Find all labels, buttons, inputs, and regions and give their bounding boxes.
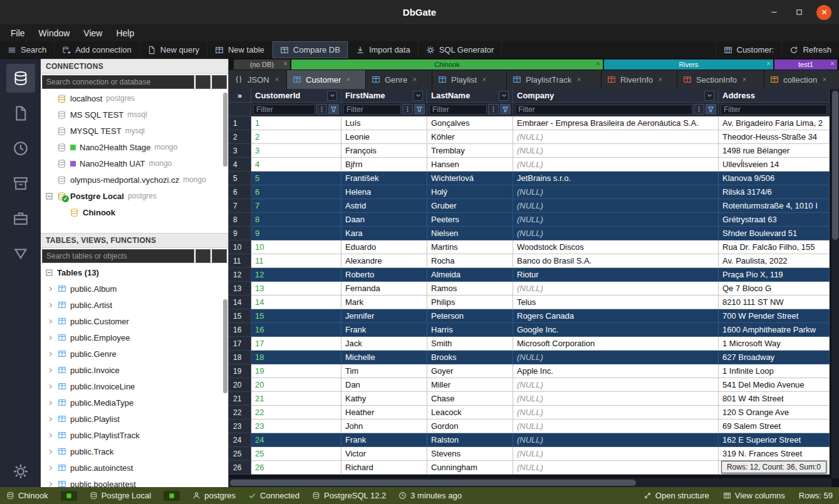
status-open-structure[interactable]: Open structure (644, 491, 709, 500)
customer-button[interactable]: Customer: (716, 41, 782, 58)
cell-firstname[interactable]: Heather (341, 406, 427, 419)
row-number[interactable]: 5 (229, 172, 251, 185)
cell-firstname[interactable]: Dan (341, 378, 427, 392)
cell-company[interactable]: Banco do Brasil S.A. (513, 254, 719, 268)
table-item-public-autoinctest[interactable]: public.autoinctest (41, 460, 228, 476)
cell-lastname[interactable]: Peeters (427, 213, 513, 227)
cell-address[interactable]: 1600 Amphitheatre Parkw (719, 323, 830, 337)
filter-menu-button[interactable] (316, 104, 327, 115)
cell-address[interactable]: Rilská 3174/6 (719, 185, 830, 199)
filter-menu-button[interactable] (694, 104, 704, 115)
table-item-public-artist[interactable]: public.Artist (41, 297, 228, 313)
menu-file[interactable]: File (4, 27, 32, 39)
column-menu-button[interactable] (413, 91, 423, 101)
table-row[interactable]: 44BjřrnHansen(NULL)Ullevĺlsveien 14 (229, 158, 831, 172)
cell-firstname[interactable]: John (341, 419, 427, 433)
cell-lastname[interactable]: Martins (427, 240, 513, 254)
table-item-public-playlist[interactable]: public.Playlist (41, 411, 228, 427)
cell-address[interactable]: Grétrystraat 63 (719, 213, 830, 227)
row-number[interactable]: 18 (229, 351, 251, 364)
cell-firstname[interactable]: Helena (341, 185, 427, 199)
cell-lastname[interactable]: Gordon (427, 419, 513, 433)
cell-address[interactable]: 1498 rue Bélanger (719, 144, 830, 158)
cell-company[interactable]: (NULL) (513, 144, 719, 158)
filter-input-customerid[interactable] (253, 105, 315, 115)
close-tab-icon[interactable] (274, 75, 280, 85)
table-row[interactable]: 1717JackSmithMicrosoft Corporation1 Micr… (229, 337, 831, 351)
cell-company[interactable]: (NULL) (513, 199, 719, 213)
cell-customerid[interactable]: 5 (251, 172, 341, 185)
cell-customerid[interactable]: 21 (251, 392, 341, 406)
cell-lastname[interactable]: Harris (427, 323, 513, 337)
cell-company[interactable]: (NULL) (513, 158, 719, 172)
filter-input-lastname[interactable] (429, 105, 487, 115)
cell-customerid[interactable]: 9 (251, 227, 341, 240)
row-number[interactable]: 9 (229, 227, 251, 240)
db-group-tab-no-db[interactable]: (no DB) (234, 59, 290, 69)
filter-menu-button[interactable] (488, 104, 499, 115)
table-row[interactable]: 1818MichelleBrooks(NULL)627 Broadway (229, 351, 831, 364)
tab-sectioninfo[interactable]: SectionInfo (677, 70, 764, 89)
cell-company[interactable]: (NULL) (513, 213, 719, 227)
cell-company[interactable]: (NULL) (513, 351, 719, 364)
cell-address[interactable]: 700 W Pender Street (719, 309, 830, 323)
connection-item-localhost[interactable]: localhostpostgres (41, 90, 228, 106)
table-row[interactable]: 2020DanMiller(NULL)541 Del Medio Avenue (229, 378, 831, 392)
tables-group[interactable]: Tables (13) (41, 264, 228, 280)
connection-item-mysql-test[interactable]: MYSQL TESTmysql (41, 123, 228, 139)
row-number[interactable]: 15 (229, 309, 251, 323)
cell-lastname[interactable]: Ralston (427, 433, 513, 447)
cell-company[interactable]: (NULL) (513, 447, 719, 461)
tab-riverinfo[interactable]: RiverInfo (602, 70, 677, 89)
close-tab-icon[interactable] (283, 60, 288, 68)
cell-firstname[interactable]: François (341, 144, 427, 158)
row-number[interactable]: 25 (229, 447, 251, 461)
db-group-tab-chinook[interactable]: Chinook (291, 59, 603, 69)
close-tab-icon[interactable] (821, 75, 828, 85)
row-number[interactable]: 19 (229, 364, 251, 378)
row-number[interactable]: 2 (229, 130, 251, 144)
cell-company[interactable]: (NULL) (513, 392, 719, 406)
cell-company[interactable]: Embraer - Empresa Brasileira de Aeronáut… (513, 116, 719, 130)
row-number[interactable]: 8 (229, 213, 251, 227)
table-row[interactable]: 99KaraNielsen(NULL)Sřnder Boulevard 51 (229, 227, 831, 240)
cell-company[interactable]: (NULL) (513, 185, 719, 199)
column-header-lastname[interactable]: LastName (427, 89, 513, 103)
activity-history-button[interactable] (6, 134, 35, 163)
table-row[interactable]: 33FrançoisTremblay(NULL)1498 rue Bélange… (229, 144, 831, 158)
table-item-public-playlisttrack[interactable]: public.PlaylistTrack (41, 427, 228, 443)
column-header-customerid[interactable]: CustomerId (251, 89, 341, 103)
row-number[interactable]: 7 (229, 199, 251, 213)
cell-lastname[interactable]: Gruber (427, 199, 513, 213)
row-number[interactable]: 23 (229, 419, 251, 433)
tab-json[interactable]: JSON (229, 70, 286, 89)
connection-item-chinook[interactable]: Chinook (41, 204, 228, 220)
cell-customerid[interactable]: 2 (251, 130, 341, 144)
cell-address[interactable]: Klanova 9/506 (719, 172, 830, 185)
cell-address[interactable]: 162 E Superior Street (719, 433, 830, 447)
cell-firstname[interactable]: Kara (341, 227, 427, 240)
cell-company[interactable]: (NULL) (513, 227, 719, 240)
cell-company[interactable]: Telus (513, 296, 719, 309)
close-tab-icon[interactable] (657, 75, 664, 85)
filter-menu-button[interactable] (402, 104, 413, 115)
cell-customerid[interactable]: 8 (251, 213, 341, 227)
activity-files-button[interactable] (6, 99, 35, 128)
activity-connections-button[interactable] (6, 64, 35, 93)
cell-address[interactable]: Praça Pio X, 119 (719, 268, 830, 282)
cell-firstname[interactable]: Victor (341, 447, 427, 461)
cell-firstname[interactable]: Fernanda (341, 282, 427, 296)
cell-company[interactable]: (NULL) (513, 406, 719, 419)
filter-funnel-button[interactable] (500, 104, 511, 115)
table-row[interactable]: 55FrantišekWichterlováJetBrains s.r.o.Kl… (229, 172, 831, 185)
cell-lastname[interactable]: Cunningham (427, 461, 513, 475)
cell-customerid[interactable]: 24 (251, 433, 341, 447)
cell-address[interactable]: Ullevĺlsveien 14 (719, 158, 830, 172)
cell-address[interactable]: Av. Paulista, 2022 (719, 254, 830, 268)
cell-firstname[interactable]: Jennifer (341, 309, 427, 323)
cell-lastname[interactable]: Leacock (427, 406, 513, 419)
row-number[interactable]: 10 (229, 240, 251, 254)
connection-item-postgre-local[interactable]: ✓Postgre Localpostgres (41, 188, 228, 204)
row-number[interactable]: 26 (229, 461, 251, 475)
cell-customerid[interactable]: 10 (251, 240, 341, 254)
